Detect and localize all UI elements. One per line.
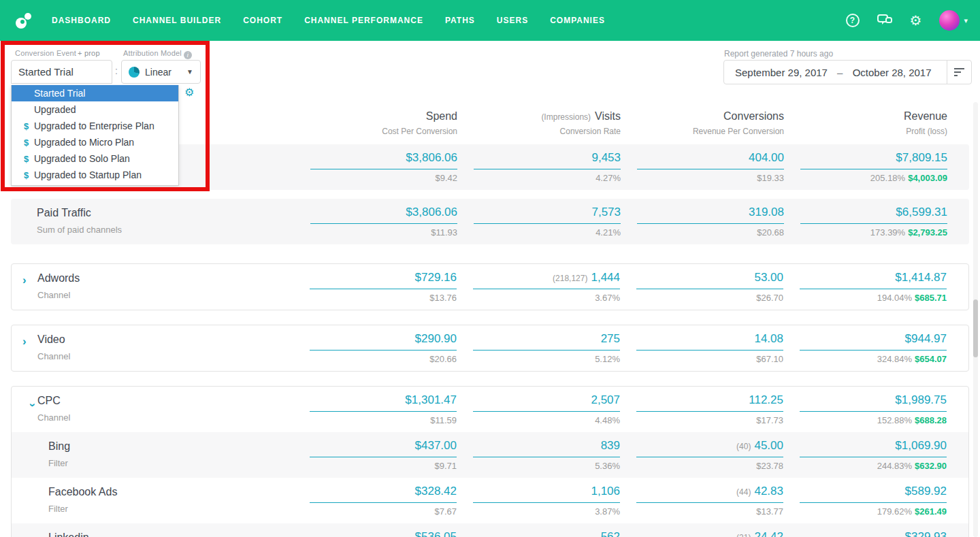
cell-conversions: 53.00 $26.70 bbox=[636, 271, 783, 303]
nav-companies[interactable]: COMPANIES bbox=[550, 16, 605, 25]
dropdown-item-upgraded-enterprise[interactable]: $ Upgraded to Enterprise Plan bbox=[12, 118, 178, 134]
expand-chevron-icon[interactable]: › bbox=[22, 335, 33, 361]
dollar-icon: $ bbox=[24, 170, 34, 180]
info-icon[interactable]: i bbox=[184, 51, 192, 59]
pie-chart-icon bbox=[129, 67, 140, 78]
dropdown-item-upgraded-micro[interactable]: $ Upgraded to Micro Plan bbox=[12, 134, 178, 150]
gear-icon[interactable]: ⚙ bbox=[910, 14, 922, 27]
cell-visits: 2,507 4.48% bbox=[473, 393, 620, 425]
table-row-video[interactable]: › Video Channel $290.90 $20.66 275 5.12%… bbox=[12, 325, 968, 371]
help-icon[interactable]: ? bbox=[846, 14, 860, 27]
date-range-text: September 29, 2017 – October 28, 2017 bbox=[724, 67, 947, 78]
date-separator: – bbox=[837, 67, 843, 78]
cell-revenue: $1,414.87 194.04%$685.71 bbox=[800, 271, 947, 303]
cell-revenue: $1,069.90 244.83%$632.90 bbox=[800, 439, 947, 471]
conversion-settings-gear-icon[interactable]: ⚙ bbox=[184, 86, 194, 99]
sort-filter-icon[interactable] bbox=[947, 61, 971, 84]
cell-visits: 9,453 4.27% bbox=[474, 151, 621, 183]
cell-spend: $328.42 $7.67 bbox=[310, 485, 457, 517]
dropdown-item-upgraded-solo[interactable]: $ Upgraded to Solo Plan bbox=[12, 150, 178, 167]
date-start: September 29, 2017 bbox=[735, 67, 828, 78]
nav-items: DASHBOARD CHANNEL BUILDER COHORT CHANNEL… bbox=[52, 16, 605, 25]
cell-visits: 7,573 4.21% bbox=[474, 206, 621, 238]
header-spend: Spend Cost Per Conversion bbox=[310, 110, 457, 136]
table-row-adwords[interactable]: › Adwords Channel $729.16 $13.76 (218,12… bbox=[12, 264, 968, 310]
cell-conversions: 112.25 $17.73 bbox=[636, 393, 783, 425]
cell-spend: $3,806.06 $11.93 bbox=[310, 206, 457, 238]
top-nav: DASHBOARD CHANNEL BUILDER COHORT CHANNEL… bbox=[0, 0, 980, 41]
cell-visits: 562 4.34% bbox=[473, 530, 620, 537]
dropdown-item-upgraded-startup[interactable]: $ Upgraded to Startup Plan bbox=[12, 167, 178, 183]
conversion-event-dropdown: Started Trial Upgraded $ Upgraded to Ent… bbox=[11, 85, 179, 186]
channel-card-adwords: › Adwords Channel $729.16 $13.76 (218,12… bbox=[11, 263, 969, 310]
cell-conversions: (40)45.00 $23.78 bbox=[636, 439, 783, 471]
table-row-bing[interactable]: Bing Filter $437.00 $9.71 839 5.36% (40)… bbox=[12, 432, 968, 478]
cell-spend: $729.16 $13.76 bbox=[310, 271, 457, 303]
cell-revenue: $6,599.31 173.39%$2,793.25 bbox=[800, 206, 947, 238]
cell-conversions: 14.08 $67.10 bbox=[636, 332, 783, 364]
attribution-model-value: Linear bbox=[145, 67, 172, 78]
cell-visits: 1,106 3.87% bbox=[473, 485, 620, 517]
nav-cohort[interactable]: COHORT bbox=[243, 16, 282, 25]
app-logo[interactable] bbox=[12, 9, 35, 32]
add-prop-link[interactable]: + prop bbox=[78, 49, 100, 57]
scrollbar-thumb[interactable] bbox=[973, 299, 978, 357]
nav-dashboard[interactable]: DASHBOARD bbox=[52, 16, 111, 25]
cell-conversions: 319.08 $20.68 bbox=[637, 206, 784, 238]
cell-revenue: $329.93 61.55%-$206.12 bbox=[800, 530, 947, 537]
cell-spend: $536.05 $21.95 bbox=[310, 530, 457, 537]
table-row-linkedin[interactable]: Linkedin Filter $536.05 $21.95 562 4.34%… bbox=[12, 523, 968, 537]
cell-conversions: (44)42.83 $13.77 bbox=[636, 485, 783, 517]
date-end: October 28, 2017 bbox=[853, 67, 932, 78]
date-range-picker[interactable]: September 29, 2017 – October 28, 2017 bbox=[723, 60, 972, 84]
dropdown-item-upgraded[interactable]: Upgraded bbox=[12, 101, 178, 118]
nav-users[interactable]: USERS bbox=[497, 16, 528, 25]
nav-channel-builder[interactable]: CHANNEL BUILDER bbox=[133, 16, 221, 25]
header-visits: (Impressions)Visits Conversion Rate bbox=[474, 110, 621, 136]
header-revenue: Revenue Profit (loss) bbox=[800, 110, 947, 136]
attribution-model-select[interactable]: Linear ▼ bbox=[121, 60, 201, 84]
chevron-down-icon: ▾ bbox=[964, 16, 968, 25]
header-conversions: Conversions Revenue Per Conversion bbox=[637, 110, 784, 136]
cell-visits: 275 5.12% bbox=[473, 332, 620, 364]
cell-visits: 839 5.36% bbox=[473, 439, 620, 471]
table-row-facebook-ads[interactable]: Facebook Ads Filter $328.42 $7.67 1,106 … bbox=[12, 478, 968, 523]
attribution-model-label: Attribution Modeli bbox=[123, 49, 192, 59]
cell-revenue: $1,989.75 152.88%$688.28 bbox=[800, 393, 947, 425]
controls-separator: : bbox=[115, 65, 118, 76]
report-generated-text: Report generated 7 hours ago bbox=[724, 49, 833, 59]
chat-icon[interactable] bbox=[877, 14, 892, 27]
channel-card-cpc: › CPC Channel $1,301.47 $11.59 2,507 4.4… bbox=[11, 386, 969, 537]
app-logo-icon bbox=[14, 10, 34, 31]
collapse-chevron-icon[interactable]: › bbox=[13, 403, 39, 414]
user-menu[interactable]: ▾ bbox=[939, 10, 968, 31]
cell-visits: (218,127)1,444 3.67% bbox=[473, 271, 620, 303]
expand-chevron-icon[interactable]: › bbox=[22, 274, 33, 300]
cell-spend: $1,301.47 $11.59 bbox=[310, 393, 457, 425]
table-row-paid-traffic[interactable]: Paid Traffic Sum of paid channels $3,806… bbox=[11, 199, 969, 244]
cell-spend: $437.00 $9.71 bbox=[310, 439, 457, 471]
cell-revenue: $589.92 179.62%$261.49 bbox=[800, 485, 947, 517]
cell-conversions: 404.00 $19.33 bbox=[637, 151, 784, 183]
cell-conversions: (21)24.42 $13.51 bbox=[636, 530, 783, 537]
avatar bbox=[939, 10, 960, 31]
dollar-icon: $ bbox=[24, 121, 34, 131]
nav-channel-performance[interactable]: CHANNEL PERFORMANCE bbox=[304, 16, 423, 25]
caret-down-icon: ▼ bbox=[186, 68, 193, 76]
cell-revenue: $944.97 324.84%$654.07 bbox=[800, 332, 947, 364]
dollar-icon: $ bbox=[24, 154, 34, 164]
nav-right: ? ⚙ ▾ bbox=[846, 10, 968, 31]
cell-revenue: $7,809.15 205.18%$4,003.09 bbox=[800, 151, 947, 183]
cell-spend: $290.90 $20.66 bbox=[310, 332, 457, 364]
nav-paths[interactable]: PATHS bbox=[445, 16, 475, 25]
channel-card-video: › Video Channel $290.90 $20.66 275 5.12%… bbox=[11, 325, 969, 372]
dropdown-item-started-trial[interactable]: Started Trial bbox=[12, 85, 178, 101]
dollar-icon: $ bbox=[24, 137, 34, 148]
cell-spend: $3,806.06 $9.42 bbox=[310, 151, 457, 183]
conversion-event-input[interactable] bbox=[11, 60, 112, 84]
conversion-event-label: Conversion Event bbox=[15, 49, 76, 57]
table-row-cpc[interactable]: › CPC Channel $1,301.47 $11.59 2,507 4.4… bbox=[12, 387, 968, 432]
